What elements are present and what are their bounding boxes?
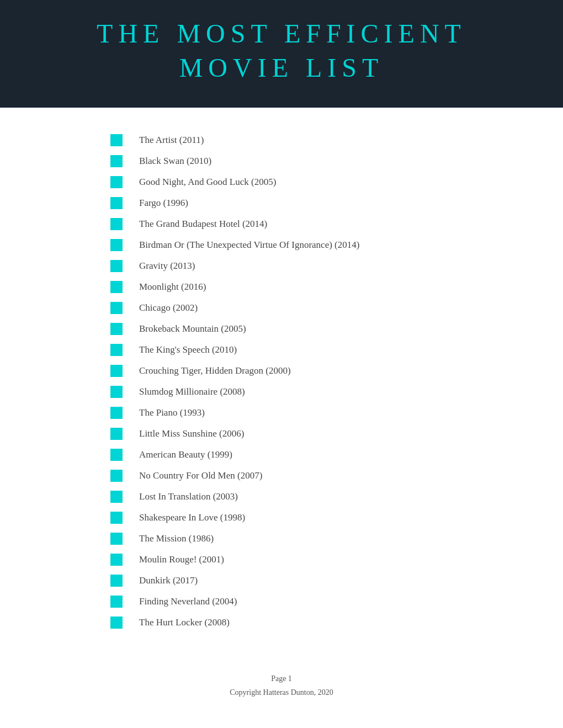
movie-bullet-icon xyxy=(110,428,123,440)
movie-bullet-icon xyxy=(110,218,123,230)
movie-bullet-icon xyxy=(110,470,123,482)
movie-bullet-icon xyxy=(110,491,123,503)
list-item: Lost In Translation (2003) xyxy=(110,486,453,507)
movie-bullet-icon xyxy=(110,533,123,545)
movie-title: Moonlight (2016) xyxy=(139,281,206,293)
page-title: THE MOST EFFICIENT MOVIE LIST xyxy=(11,17,552,86)
list-item: Black Swan (2010) xyxy=(110,151,453,172)
movie-title: American Beauty (1999) xyxy=(139,449,232,460)
movie-bullet-icon xyxy=(110,512,123,524)
movie-bullet-icon xyxy=(110,344,123,356)
movie-bullet-icon xyxy=(110,407,123,419)
movie-bullet-icon xyxy=(110,386,123,398)
movie-bullet-icon xyxy=(110,302,123,314)
list-item: Birdman Or (The Unexpected Virtue Of Ign… xyxy=(110,235,453,256)
copyright-text: Copyright Hatteras Dunton, 2020 xyxy=(11,686,552,699)
movie-title: Finding Neverland (2004) xyxy=(139,596,237,607)
movie-bullet-icon xyxy=(110,575,123,587)
movie-bullet-icon xyxy=(110,449,123,461)
movie-list-section: The Artist (2011)Black Swan (2010)Good N… xyxy=(0,108,563,655)
movie-list: The Artist (2011)Black Swan (2010)Good N… xyxy=(110,130,453,633)
movie-title: Lost In Translation (2003) xyxy=(139,491,238,502)
movie-bullet-icon xyxy=(110,617,123,629)
movie-bullet-icon xyxy=(110,176,123,188)
list-item: Dunkirk (2017) xyxy=(110,570,453,591)
list-item: Finding Neverland (2004) xyxy=(110,591,453,612)
movie-title: The King's Speech (2010) xyxy=(139,344,237,355)
movie-bullet-icon xyxy=(110,281,123,293)
movie-title: Brokeback Mountain (2005) xyxy=(139,323,246,334)
movie-bullet-icon xyxy=(110,260,123,272)
page-number: Page 1 xyxy=(11,672,552,686)
movie-bullet-icon xyxy=(110,155,123,167)
list-item: The Mission (1986) xyxy=(110,528,453,549)
movie-title: Little Miss Sunshine (2006) xyxy=(139,428,244,439)
movie-title: Crouching Tiger, Hidden Dragon (2000) xyxy=(139,365,291,376)
list-item: Slumdog Millionaire (2008) xyxy=(110,381,453,402)
list-item: No Country For Old Men (2007) xyxy=(110,465,453,486)
movie-bullet-icon xyxy=(110,134,123,146)
list-item: Fargo (1996) xyxy=(110,193,453,214)
list-item: Good Night, And Good Luck (2005) xyxy=(110,172,453,193)
list-item: The Piano (1993) xyxy=(110,402,453,423)
movie-title: Moulin Rouge! (2001) xyxy=(139,554,224,565)
list-item: Moonlight (2016) xyxy=(110,277,453,297)
list-item: Gravity (2013) xyxy=(110,256,453,277)
list-item: The Grand Budapest Hotel (2014) xyxy=(110,214,453,235)
list-item: The Hurt Locker (2008) xyxy=(110,612,453,633)
movie-title: Shakespeare In Love (1998) xyxy=(139,512,245,523)
list-item: American Beauty (1999) xyxy=(110,444,453,465)
movie-title: The Mission (1986) xyxy=(139,533,214,544)
list-item: The Artist (2011) xyxy=(110,130,453,151)
movie-title: No Country For Old Men (2007) xyxy=(139,470,262,481)
list-item: Chicago (2002) xyxy=(110,297,453,318)
movie-bullet-icon xyxy=(110,323,123,335)
movie-title: The Artist (2011) xyxy=(139,135,204,146)
movie-title: Fargo (1996) xyxy=(139,198,188,209)
movie-title: Dunkirk (2017) xyxy=(139,575,198,586)
movie-bullet-icon xyxy=(110,554,123,566)
page-header: THE MOST EFFICIENT MOVIE LIST xyxy=(0,0,563,108)
title-line1: THE MOST EFFICIENT xyxy=(97,19,466,48)
list-item: Brokeback Mountain (2005) xyxy=(110,318,453,339)
list-item: Shakespeare In Love (1998) xyxy=(110,507,453,528)
title-line2: MOVIE LIST xyxy=(179,53,384,82)
movie-title: Gravity (2013) xyxy=(139,261,195,272)
movie-title: Chicago (2002) xyxy=(139,302,198,313)
list-item: The King's Speech (2010) xyxy=(110,339,453,360)
movie-title: The Grand Budapest Hotel (2014) xyxy=(139,219,267,230)
movie-title: Slumdog Millionaire (2008) xyxy=(139,386,245,397)
movie-bullet-icon xyxy=(110,239,123,251)
movie-title: The Hurt Locker (2008) xyxy=(139,617,230,628)
movie-title: Black Swan (2010) xyxy=(139,156,211,167)
list-item: Crouching Tiger, Hidden Dragon (2000) xyxy=(110,360,453,381)
movie-bullet-icon xyxy=(110,596,123,608)
movie-bullet-icon xyxy=(110,197,123,209)
movie-title: The Piano (1993) xyxy=(139,407,205,418)
movie-title: Birdman Or (The Unexpected Virtue Of Ign… xyxy=(139,240,359,251)
movie-bullet-icon xyxy=(110,365,123,377)
list-item: Moulin Rouge! (2001) xyxy=(110,549,453,570)
page-footer: Page 1 Copyright Hatteras Dunton, 2020 xyxy=(0,655,563,710)
list-item: Little Miss Sunshine (2006) xyxy=(110,423,453,444)
movie-title: Good Night, And Good Luck (2005) xyxy=(139,177,276,188)
